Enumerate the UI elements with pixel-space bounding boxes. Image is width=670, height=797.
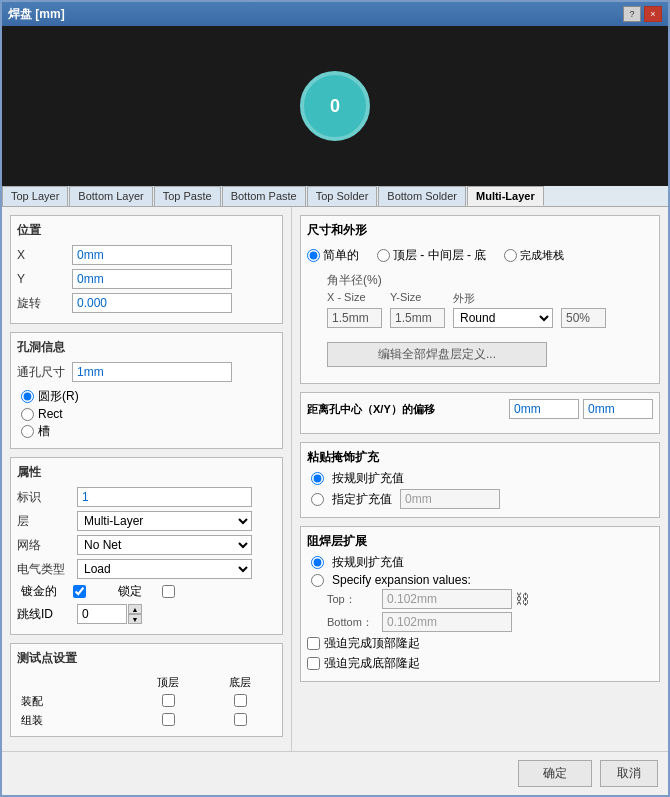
assembly-top-checkbox[interactable]: [162, 694, 175, 707]
tab-top-layer[interactable]: Top Layer: [2, 186, 68, 206]
radio-slot-row: 槽: [17, 423, 276, 440]
y-size-input[interactable]: [390, 308, 445, 328]
help-button[interactable]: ?: [623, 6, 641, 22]
y-input[interactable]: [72, 269, 232, 289]
rotation-input[interactable]: [72, 293, 232, 313]
ok-button[interactable]: 确定: [518, 760, 592, 787]
paste-specify-label: 指定扩充值: [332, 491, 392, 508]
chain-icon[interactable]: ⛓: [515, 591, 529, 607]
solder-rule-label: 按规则扩充值: [332, 554, 404, 571]
tab-top-solder[interactable]: Top Solder: [307, 186, 378, 206]
radio-top-mid-bottom[interactable]: [377, 249, 390, 262]
plated-checkbox[interactable]: [73, 585, 86, 598]
radio-solder-specify[interactable]: [311, 574, 324, 587]
assembly-row: 装配: [17, 692, 276, 711]
x-size-header: X - Size: [327, 291, 386, 306]
solder-rule-row: 按规则扩充值: [307, 554, 653, 571]
title-bar: 焊盘 [mm] ? ×: [2, 2, 668, 26]
position-title: 位置: [17, 222, 276, 239]
size-table-values: Round Rectangular Octagonal: [327, 308, 653, 328]
x-size-input[interactable]: [327, 308, 382, 328]
assembly-label: 装配: [17, 692, 132, 711]
jump-id-input[interactable]: [77, 604, 127, 624]
full-stack-label: 完成堆栈: [520, 248, 564, 263]
cancel-button[interactable]: 取消: [600, 760, 658, 787]
net-select[interactable]: No Net: [77, 535, 252, 555]
title-bar-buttons: ? ×: [623, 6, 662, 22]
radio-simple[interactable]: [307, 249, 320, 262]
layer-label: 层: [17, 513, 77, 530]
close-button[interactable]: ×: [644, 6, 662, 22]
jump-id-up[interactable]: ▲: [128, 604, 142, 614]
offset-y-input[interactable]: [583, 399, 653, 419]
content-area: 位置 X Y 旋转 孔洞信息 通孔尺寸: [2, 207, 668, 751]
top-mid-bottom-option[interactable]: 顶层 - 中间层 - 底: [377, 247, 486, 264]
radio-rect-label: Rect: [38, 407, 63, 421]
id-label: 标识: [17, 489, 77, 506]
fabrication-bottom-checkbox[interactable]: [234, 713, 247, 726]
solder-top-label: Top：: [327, 592, 382, 607]
fabrication-top-checkbox[interactable]: [162, 713, 175, 726]
solder-bottom-input[interactable]: [382, 612, 512, 632]
preview-area: 0: [2, 26, 668, 186]
layer-select[interactable]: Multi-Layer Top Layer Bottom Layer: [77, 511, 252, 531]
net-label: 网络: [17, 537, 77, 554]
paste-title: 粘贴掩饰扩充: [307, 449, 653, 466]
lock-checkbox[interactable]: [162, 585, 175, 598]
radio-paste-rule[interactable]: [311, 472, 324, 485]
corner-radius-input[interactable]: [561, 308, 606, 328]
force-top-checkbox[interactable]: [307, 637, 320, 650]
elec-type-select[interactable]: Load Source Bidirectional: [77, 559, 252, 579]
solder-bottom-label: Bottom：: [327, 615, 382, 630]
radio-full-stack[interactable]: [504, 249, 517, 262]
rotation-row: 旋转: [17, 293, 276, 313]
hole-info-section: 孔洞信息 通孔尺寸 圆形(R) Rect 槽: [10, 332, 283, 449]
size-title: 尺寸和外形: [307, 222, 653, 239]
offset-x-input[interactable]: [509, 399, 579, 419]
offset-row: 距离孔中心（X/Y）的偏移: [307, 399, 653, 419]
force-top-row: 强迫完成顶部隆起: [307, 635, 653, 652]
solder-specify-row: Specify expansion values:: [307, 573, 653, 587]
solder-top-input[interactable]: [382, 589, 512, 609]
test-col-empty: [17, 673, 132, 692]
fabrication-label: 组装: [17, 711, 132, 730]
x-label: X: [17, 248, 72, 262]
force-top-label: 强迫完成顶部隆起: [324, 635, 420, 652]
layer-row: 层 Multi-Layer Top Layer Bottom Layer: [17, 511, 276, 531]
simple-option[interactable]: 简单的: [307, 247, 359, 264]
test-section: 测试点设置 顶层 底层 装配: [10, 643, 283, 737]
jump-id-label: 跳线ID: [17, 606, 77, 623]
x-input[interactable]: [72, 245, 232, 265]
paste-rule-label: 按规则扩充值: [332, 470, 404, 487]
paste-specify-input[interactable]: [400, 489, 500, 509]
tab-bottom-paste[interactable]: Bottom Paste: [222, 186, 306, 206]
tab-multi-layer[interactable]: Multi-Layer: [467, 186, 544, 206]
tab-top-paste[interactable]: Top Paste: [154, 186, 221, 206]
pad-preview-circle: 0: [300, 71, 370, 141]
assembly-bottom-checkbox[interactable]: [234, 694, 247, 707]
top-mid-bottom-label: 顶层 - 中间层 - 底: [393, 247, 486, 264]
force-bottom-checkbox[interactable]: [307, 657, 320, 670]
corner-radius-label: 角半径(%): [327, 273, 382, 287]
rotation-label: 旋转: [17, 295, 72, 312]
jump-id-down[interactable]: ▼: [128, 614, 142, 624]
paste-specify-row: 指定扩充值: [307, 489, 653, 509]
radio-rect[interactable]: [21, 408, 34, 421]
tab-bottom-layer[interactable]: Bottom Layer: [69, 186, 152, 206]
id-input[interactable]: [77, 487, 252, 507]
shape-select[interactable]: Round Rectangular Octagonal: [453, 308, 553, 328]
radio-paste-specify[interactable]: [311, 493, 324, 506]
full-stack-option[interactable]: 完成堆栈: [504, 248, 564, 263]
radio-round[interactable]: [21, 390, 34, 403]
solder-title: 阻焊层扩展: [307, 533, 653, 550]
radio-slot[interactable]: [21, 425, 34, 438]
id-row: 标识: [17, 487, 276, 507]
hole-size-input[interactable]: [72, 362, 232, 382]
edit-all-btn[interactable]: 编辑全部焊盘层定义...: [327, 342, 547, 367]
radio-solder-rule[interactable]: [311, 556, 324, 569]
size-radio-row: 简单的 顶层 - 中间层 - 底 完成堆栈: [307, 247, 653, 264]
x-row: X: [17, 245, 276, 265]
pad-preview-label: 0: [330, 96, 340, 117]
tab-bottom-solder[interactable]: Bottom Solder: [378, 186, 466, 206]
solder-section: 阻焊层扩展 按规则扩充值 Specify expansion values: T…: [300, 526, 660, 682]
